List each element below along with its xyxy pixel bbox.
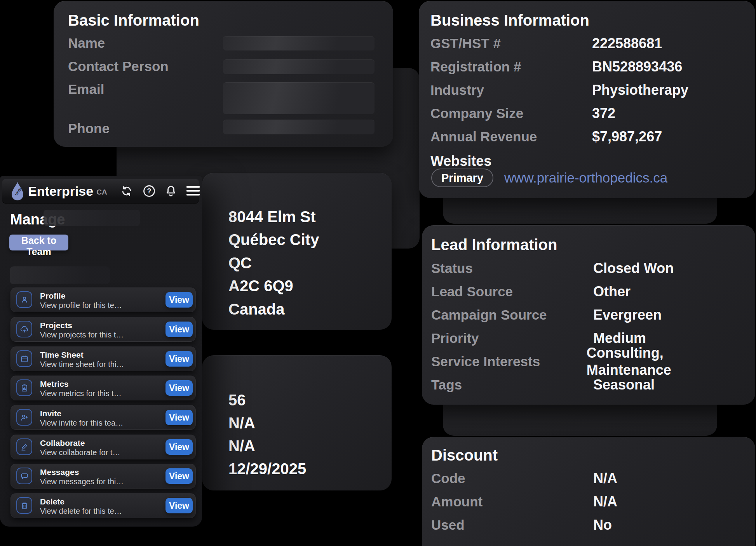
view-button[interactable]: View — [165, 351, 193, 367]
card-title: Basic Information — [68, 11, 199, 30]
row-label: Status — [431, 260, 593, 277]
row-value: Seasonal — [593, 376, 655, 393]
field-label-phone: Phone — [68, 120, 110, 137]
view-button[interactable]: View — [165, 439, 193, 455]
app-bar: URBN Enterprise CA ? — [2, 179, 199, 203]
person-plus-icon — [16, 409, 32, 426]
row-value: Consulting, Maintenance — [587, 344, 745, 379]
row-value: $7,987,267 — [592, 128, 662, 145]
bell-icon[interactable] — [164, 184, 178, 198]
view-button[interactable]: View — [165, 292, 193, 308]
address-province: QC — [228, 254, 252, 272]
person-icon — [16, 291, 32, 308]
row-label: Registration # — [430, 58, 592, 75]
row-value: BN528893436 — [592, 58, 682, 75]
list-item-description: View metrics for this t… — [40, 389, 122, 398]
business-information-card: Business Information GST/HST # 222588681… — [419, 1, 755, 198]
sync-icon[interactable] — [120, 184, 134, 198]
chat-bubble-icon — [16, 468, 32, 484]
row-label: Code — [431, 470, 593, 487]
pencil-icon — [16, 438, 32, 455]
row-label: Tags — [431, 376, 593, 393]
detail-value: 12/29/2025 — [228, 459, 306, 478]
row-label: Industry — [430, 82, 592, 99]
lead-information-card: Lead Information Status Closed Won Lead … — [422, 225, 755, 405]
list-item-collaborate: Collaborate View collaborate for t… View — [10, 435, 196, 459]
list-item-title: Delete — [40, 497, 64, 506]
card-title: Lead Information — [431, 235, 557, 254]
card-title: Discount — [431, 446, 498, 464]
list-item-time-sheet: Time Sheet View time sheet for thi… View — [10, 346, 196, 371]
brand-name: Enterprise — [28, 184, 93, 199]
field-label-name: Name — [68, 35, 105, 52]
row-label: Priority — [431, 330, 593, 347]
websites-label: Websites — [430, 153, 491, 170]
mobile-panel: URBN Enterprise CA ? — [0, 176, 202, 527]
website-link[interactable]: www.prairie-orthopedics.ca — [504, 170, 667, 186]
view-button[interactable]: View — [165, 322, 193, 337]
redacted-team-name — [44, 210, 140, 226]
row-value: N/A — [593, 470, 617, 487]
row-label: Annual Revenue — [430, 128, 592, 145]
list-item-title: Projects — [40, 321, 72, 330]
primary-badge: Primary — [431, 169, 493, 187]
field-label-email: Email — [68, 81, 104, 98]
row-label: Service Interests — [431, 353, 587, 370]
row-value: No — [593, 516, 612, 534]
list-item-title: Profile — [40, 291, 65, 301]
detail-value: N/A — [228, 414, 255, 432]
list-item-description: View profile for this te… — [40, 301, 122, 310]
row-value: Evergreen — [593, 306, 662, 323]
basic-information-card: Basic Information Name Contact Person Em… — [54, 1, 393, 147]
help-icon[interactable]: ? — [142, 184, 156, 198]
view-button[interactable]: View — [165, 468, 193, 484]
redacted-block — [10, 266, 110, 284]
row-label: Company Size — [430, 105, 592, 122]
list-item-description: View projects for this t… — [40, 330, 124, 339]
row-value: N/A — [593, 493, 617, 510]
details-card: 56 N/A N/A 12/29/2025 — [202, 355, 392, 490]
detail-value: 56 — [228, 391, 246, 409]
address-country: Canada — [228, 300, 285, 318]
brand-region: CA — [96, 188, 107, 196]
address-city: Québec City — [228, 230, 319, 249]
redacted-contact-value — [223, 59, 375, 74]
row-value: 222588681 — [592, 35, 662, 52]
list-item-metrics: Metrics View metrics for this t… View — [10, 376, 196, 400]
redacted-phone-value — [223, 120, 375, 134]
list-item-delete: Delete View delete for this te… View — [10, 493, 196, 518]
redacted-email-value — [223, 82, 375, 114]
list-item-title: Collaborate — [40, 438, 85, 448]
address-street: 8044 Elm St — [228, 207, 316, 226]
calendar-icon — [16, 350, 32, 367]
address-card: 8044 Elm St Québec City QC A2C 6Q9 Canad… — [202, 173, 392, 330]
list-item-messages: Messages View messages for thi… View — [10, 464, 196, 489]
view-button[interactable]: View — [165, 380, 193, 396]
list-item-description: View time sheet for thi… — [40, 360, 124, 369]
list-item-title: Invite — [40, 409, 61, 418]
trash-icon — [16, 497, 32, 514]
row-value: Physiotherapy — [592, 82, 688, 99]
view-button[interactable]: View — [165, 410, 193, 425]
list-item-description: View messages for thi… — [40, 477, 124, 486]
list-item-title: Time Sheet — [40, 350, 84, 360]
row-value: 372 — [592, 105, 615, 122]
back-to-team-button[interactable]: Back to Team — [9, 235, 68, 250]
svg-text:?: ? — [147, 187, 152, 195]
list-item-description: View invite for this tea… — [40, 419, 123, 428]
row-label: Lead Source — [431, 283, 593, 300]
row-label: Campaign Source — [431, 306, 593, 323]
row-value: Closed Won — [593, 260, 674, 277]
list-item-title: Messages — [40, 468, 79, 477]
logo-droplet-icon: URBN — [10, 181, 25, 201]
card-title: Business Information — [430, 11, 589, 30]
hamburger-menu-icon[interactable] — [186, 185, 200, 199]
page: Basic Information Name Contact Person Em… — [0, 0, 756, 546]
discount-card: Discount Code N/A Amount N/A Used No — [422, 437, 755, 546]
list-item-projects: Projects View projects for this t… View — [10, 317, 196, 342]
list-item-profile: Profile View profile for this te… View — [10, 287, 196, 312]
row-label: GST/HST # — [430, 35, 592, 52]
list-item-description: View collaborate for t… — [40, 448, 120, 457]
row-value: Other — [593, 283, 631, 300]
view-button[interactable]: View — [165, 498, 193, 513]
